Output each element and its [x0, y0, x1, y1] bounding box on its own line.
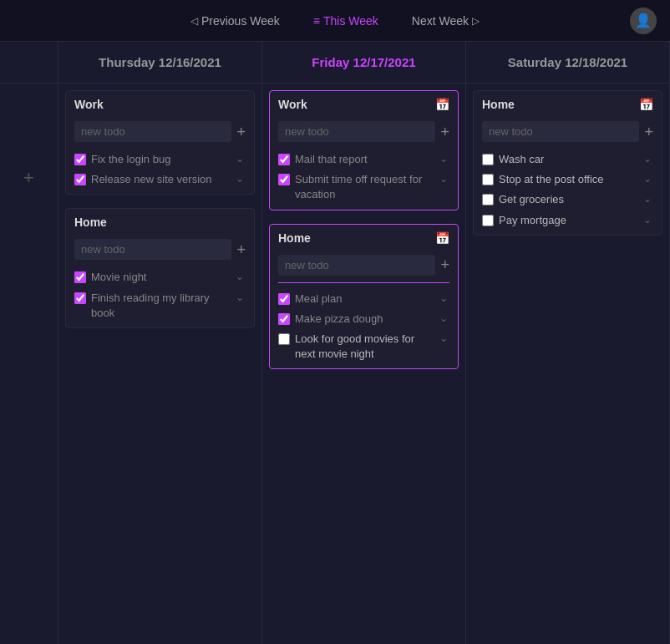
section-thu-0: Work+Fix the login bug⌄Release new site …	[65, 90, 255, 195]
todo-checkbox[interactable]	[74, 271, 86, 283]
todo-list-fri-1: Meal plan⌄Make pizza dough⌄Look for good…	[270, 288, 458, 369]
add-todo-button-thu-1[interactable]: +	[236, 242, 246, 257]
todo-item: Fix the login bug⌄	[74, 152, 246, 167]
todo-expand-button[interactable]: ⌄	[438, 312, 449, 324]
this-week-label: This Week	[323, 14, 378, 28]
prev-arrow-icon: ◁	[190, 15, 198, 27]
section-header-thu-0: Work	[66, 91, 254, 118]
new-todo-row-thu-0: +	[66, 118, 254, 149]
section-title-thu-1: Home	[74, 216, 107, 229]
section-header-fri-0: Work📅	[270, 91, 458, 118]
todo-text: Make pizza dough	[295, 312, 433, 327]
prev-week-button[interactable]: ◁ Previous Week	[177, 9, 293, 33]
left-add-button[interactable]: +	[23, 167, 34, 189]
section-title-sat-0: Home	[482, 98, 515, 111]
todo-text: Wash car	[499, 152, 637, 167]
todo-checkbox[interactable]	[482, 154, 494, 165]
add-todo-button-sat-0[interactable]: +	[644, 124, 653, 139]
todo-item: Make pizza dough⌄	[278, 312, 449, 327]
calendar-icon[interactable]: 📅	[435, 98, 449, 111]
new-todo-input-sat-0[interactable]	[482, 121, 639, 142]
todo-expand-button[interactable]: ⌄	[438, 332, 449, 344]
todo-expand-button[interactable]: ⌄	[642, 173, 653, 185]
prev-week-label: Previous Week	[201, 14, 280, 28]
day-col-thu: Thursday 12/16/2021Work+Fix the login bu…	[58, 42, 262, 644]
todo-expand-button[interactable]: ⌄	[438, 173, 449, 185]
todo-item: Meal plan⌄	[278, 292, 449, 307]
todo-list-sat-0: Wash car⌄Stop at the post office⌄Get gro…	[474, 149, 662, 235]
new-todo-row-sat-0: +	[474, 118, 662, 149]
todo-checkbox[interactable]	[278, 313, 290, 325]
todo-checkbox[interactable]	[74, 292, 86, 304]
todo-item: Stop at the post office⌄	[482, 172, 653, 187]
todo-expand-button[interactable]: ⌄	[642, 193, 653, 205]
calendar-icon[interactable]: 📅	[435, 231, 449, 245]
section-fri-1: Home📅+Meal plan⌄Make pizza dough⌄Look fo…	[269, 224, 459, 370]
day-header-thu: Thursday 12/16/2021	[58, 42, 261, 84]
todo-item: Wash car⌄	[482, 152, 653, 167]
todo-item: Release new site version⌄	[74, 172, 246, 187]
top-navigation: ◁ Previous Week ≡ This Week Next Week ▷ …	[0, 0, 670, 42]
todo-expand-button[interactable]: ⌄	[438, 153, 449, 165]
todo-item: Get groceries⌄	[482, 192, 653, 207]
section-title-fri-0: Work	[278, 98, 307, 111]
section-header-thu-1: Home	[66, 209, 254, 236]
todo-text: Submit time off request for vacation	[295, 172, 433, 202]
todo-checkbox[interactable]	[278, 174, 290, 185]
new-todo-input-thu-0[interactable]	[74, 121, 231, 142]
add-todo-button-thu-0[interactable]: +	[236, 124, 246, 139]
add-todo-button-fri-1[interactable]: +	[440, 257, 449, 272]
todo-list-fri-0: Mail that report⌄Submit time off request…	[270, 149, 458, 210]
todo-text: Pay mortgage	[499, 213, 637, 228]
this-week-icon: ≡	[313, 14, 320, 28]
todo-expand-button[interactable]: ⌄	[438, 292, 449, 304]
day-col-fri: Friday 12/17/2021Work📅+Mail that report⌄…	[262, 42, 466, 644]
todo-checkbox[interactable]	[278, 293, 290, 305]
todo-item: Pay mortgage⌄	[482, 213, 653, 228]
new-todo-input-fri-1[interactable]	[278, 255, 435, 276]
avatar-icon: 👤	[635, 13, 652, 28]
this-week-button[interactable]: ≡ This Week	[300, 9, 392, 33]
todo-checkbox[interactable]	[74, 174, 86, 185]
todo-checkbox[interactable]	[482, 174, 494, 185]
next-arrow-icon: ▷	[472, 15, 480, 27]
add-todo-button-fri-0[interactable]: +	[440, 124, 449, 139]
todo-text: Stop at the post office	[499, 172, 637, 187]
day-col-sat: Saturday 12/18/2021Home📅+Wash car⌄Stop a…	[466, 42, 670, 644]
todo-checkbox[interactable]	[278, 333, 290, 345]
todo-item: Movie night⌄	[74, 270, 246, 285]
todo-checkbox[interactable]	[278, 154, 290, 165]
gutter-header	[0, 42, 58, 84]
todo-expand-button[interactable]: ⌄	[234, 173, 246, 185]
new-todo-row-fri-0: +	[270, 118, 458, 149]
new-todo-input-thu-1[interactable]	[74, 239, 231, 260]
todo-expand-button[interactable]: ⌄	[234, 153, 246, 165]
todo-item: Submit time off request for vacation⌄	[278, 172, 449, 202]
section-thu-1: Home+Movie night⌄Finish reading my libra…	[65, 208, 255, 328]
todo-text: Meal plan	[295, 292, 433, 307]
todo-expand-button[interactable]: ⌄	[642, 153, 653, 165]
day-body-sat: Home📅+Wash car⌄Stop at the post office⌄G…	[466, 84, 669, 644]
todo-expand-button[interactable]: ⌄	[234, 271, 246, 282]
todo-checkbox[interactable]	[74, 154, 86, 165]
section-divider	[278, 282, 449, 283]
todo-expand-button[interactable]: ⌄	[234, 292, 246, 303]
todo-checkbox[interactable]	[482, 194, 494, 205]
todo-item: Look for good movies for next movie nigh…	[278, 332, 449, 362]
section-title-fri-1: Home	[278, 231, 311, 245]
calendar-icon[interactable]: 📅	[639, 98, 653, 111]
todo-text: Finish reading my library book	[91, 291, 229, 321]
todo-checkbox[interactable]	[482, 215, 494, 226]
todo-text: Look for good movies for next movie nigh…	[295, 332, 433, 362]
todo-expand-button[interactable]: ⌄	[642, 214, 653, 226]
todo-item: Mail that report⌄	[278, 152, 449, 167]
day-body-thu: Work+Fix the login bug⌄Release new site …	[58, 84, 261, 644]
next-week-button[interactable]: Next Week ▷	[398, 9, 493, 33]
new-todo-input-fri-0[interactable]	[278, 121, 435, 142]
todo-text: Movie night	[91, 270, 229, 285]
todo-list-thu-1: Movie night⌄Finish reading my library bo…	[66, 266, 254, 327]
user-avatar[interactable]: 👤	[630, 8, 657, 34]
day-body-fri: Work📅+Mail that report⌄Submit time off r…	[262, 84, 465, 644]
section-sat-0: Home📅+Wash car⌄Stop at the post office⌄G…	[473, 90, 662, 236]
section-header-fri-1: Home📅	[270, 225, 458, 251]
